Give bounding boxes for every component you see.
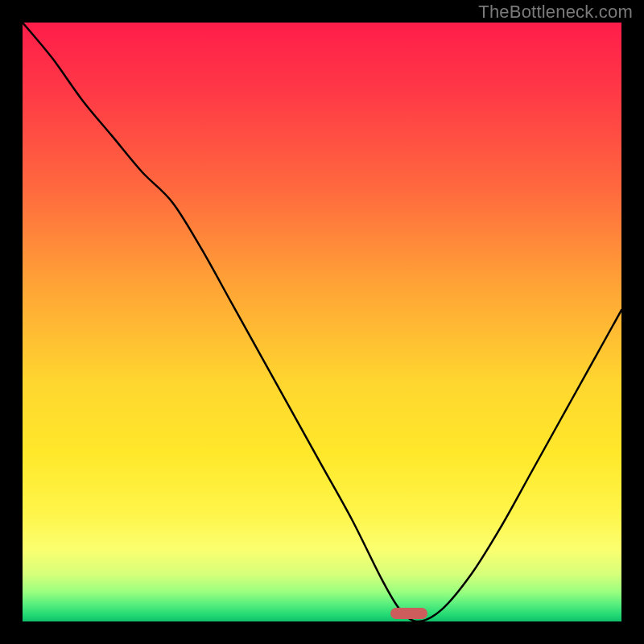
bottleneck-curve [23, 23, 621, 621]
plot-area [23, 23, 621, 621]
optimal-marker [390, 608, 427, 619]
chart-frame: TheBottleneck.com [0, 0, 644, 644]
watermark-text: TheBottleneck.com [478, 2, 633, 23]
